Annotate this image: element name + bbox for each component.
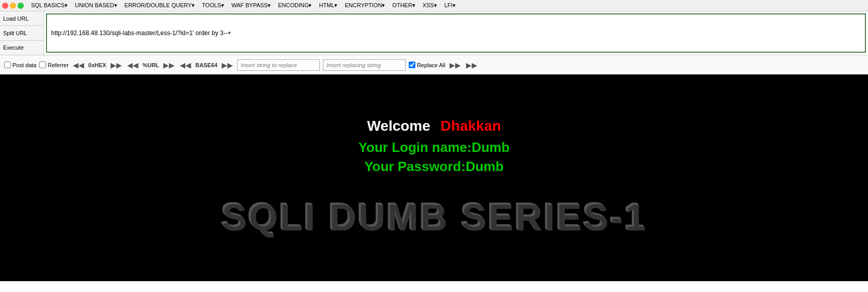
menu-item-html[interactable]: HTML▾ <box>316 2 340 9</box>
insert-replacing-input[interactable] <box>323 59 406 71</box>
url-left-buttons: Load URL Split URL Execute <box>0 11 44 55</box>
username-display: Dhakkan <box>441 118 501 134</box>
big-title: SQLI DUMB SERIES-1 <box>221 195 647 238</box>
post-data-label[interactable]: Post data <box>4 62 36 68</box>
menu-item-encoding[interactable]: ENCODING▾ <box>275 2 315 9</box>
split-url-button[interactable]: Split URL <box>0 26 43 40</box>
menu-item-error-double[interactable]: ERROR/DOUBLE QUERY▾ <box>121 2 198 9</box>
replace-all-label[interactable]: Replace All <box>409 62 445 68</box>
password-display: Your Password:Dumb <box>364 159 504 175</box>
url-left-arrow[interactable]: ◀◀ <box>126 61 140 69</box>
window-controls <box>2 3 24 9</box>
referrer-label[interactable]: Referrer <box>39 62 68 68</box>
replace-all-checkbox[interactable] <box>409 62 415 68</box>
menu-item-encryption[interactable]: ENCRYPTION▾ <box>342 2 388 9</box>
oxhex-left-arrow[interactable]: ◀◀ <box>72 61 85 69</box>
login-name-display: Your Login name:Dumb <box>359 140 510 156</box>
replace-row: Post data Referrer ◀◀ 0xHEX ▶▶ ◀◀ %URL ▶… <box>0 55 868 74</box>
url-row: Load URL Split URL Execute <box>0 11 868 55</box>
menu-item-lfi[interactable]: LFI▾ <box>441 2 459 9</box>
close-button[interactable] <box>2 3 8 9</box>
base64-right-arrow[interactable]: ▶▶ <box>221 61 234 69</box>
maximize-button[interactable] <box>18 3 24 9</box>
menu-bar: SQL BASICS▾ UNION BASED▾ ERROR/DOUBLE QU… <box>0 0 868 11</box>
replace-all-text: Replace All <box>417 62 445 68</box>
welcome-line: Welcome Dhakkan <box>367 118 501 134</box>
main-content: Welcome Dhakkan Your Login name:Dumb You… <box>0 74 868 281</box>
welcome-label: Welcome <box>367 118 430 134</box>
oxhex-label: 0xHEX <box>88 62 106 68</box>
referrer-text: Referrer <box>48 62 68 68</box>
menu-item-tools[interactable]: TOOLS▾ <box>199 2 227 9</box>
menu-item-waf-bypass[interactable]: WAF BYPASS▾ <box>228 2 274 9</box>
menu-item-union-based[interactable]: UNION BASED▾ <box>72 2 120 9</box>
final-right-arrow[interactable]: ▶▶ <box>448 61 462 69</box>
referrer-checkbox[interactable] <box>39 62 46 68</box>
url-encode-label: %URL <box>143 62 159 68</box>
oxhex-right-arrow[interactable]: ▶▶ <box>110 61 123 69</box>
toolbar: Load URL Split URL Execute Post data Ref… <box>0 11 868 74</box>
post-data-checkbox[interactable] <box>4 62 11 68</box>
menu-item-sql-basics[interactable]: SQL BASICS▾ <box>28 2 71 9</box>
insert-string-input[interactable] <box>237 59 320 71</box>
minimize-button[interactable] <box>10 3 16 9</box>
execute-button[interactable]: Execute <box>0 41 43 55</box>
load-url-button[interactable]: Load URL <box>0 11 43 26</box>
menu-item-xss[interactable]: XSS▾ <box>420 2 440 9</box>
url-right-arrow[interactable]: ▶▶ <box>162 61 176 69</box>
menu-item-other[interactable]: OTHER▾ <box>389 2 419 9</box>
url-input[interactable] <box>46 13 866 53</box>
base64-left-arrow[interactable]: ◀◀ <box>179 61 192 69</box>
final-right-arrow2[interactable]: ▶▶ <box>465 61 478 69</box>
base64-label: BASE64 <box>195 62 218 68</box>
post-data-text: Post data <box>12 62 36 68</box>
url-input-wrapper <box>44 11 868 55</box>
